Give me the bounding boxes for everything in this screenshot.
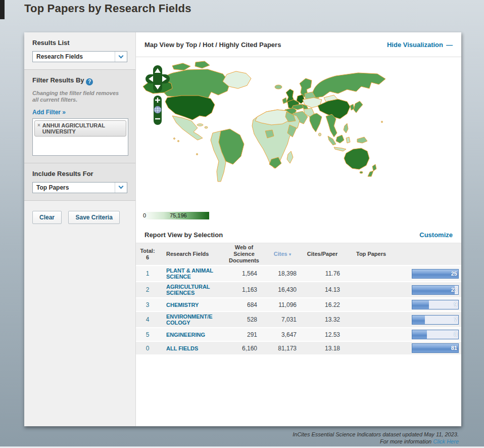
save-criteria-button[interactable]: Save Criteria bbox=[68, 211, 119, 224]
top-papers-value: 8 bbox=[454, 331, 457, 337]
wos-documents-cell: 291 bbox=[226, 331, 262, 338]
rank-cell: 4 bbox=[136, 316, 159, 323]
wos-documents-cell: 1,564 bbox=[226, 270, 262, 277]
cites-cell: 18,398 bbox=[262, 270, 303, 277]
top-papers-cell: 9 bbox=[342, 300, 461, 309]
table-row[interactable]: 2AGRICULTURALSCIENCES1,16316,43014.1323 bbox=[136, 282, 461, 298]
top-papers-cell: 7 bbox=[342, 315, 461, 325]
click-here-link[interactable]: Click Here bbox=[433, 438, 459, 444]
country-new-zealand bbox=[368, 171, 373, 176]
research-field-link[interactable]: CHEMISTRY bbox=[159, 302, 226, 308]
help-icon[interactable]: ? bbox=[86, 78, 93, 85]
country-japan bbox=[354, 101, 363, 113]
report-view-header: Report View by Selection Customize bbox=[136, 227, 461, 243]
results-list-selected: Research Fields bbox=[33, 53, 115, 60]
page-title: Top Papers by Research Fields bbox=[24, 2, 191, 15]
rank-cell: 2 bbox=[136, 286, 159, 293]
island-dot bbox=[381, 121, 383, 123]
legend-max-label: 75,196 bbox=[170, 212, 187, 218]
top-papers-bar: 7 bbox=[412, 315, 459, 325]
include-results-section: Include Results For Top Papers bbox=[24, 163, 135, 200]
customize-link[interactable]: Customize bbox=[419, 231, 453, 239]
country-ireland bbox=[282, 98, 287, 104]
island-dot bbox=[197, 154, 198, 155]
country-india bbox=[310, 113, 322, 132]
country-arctic-islands bbox=[172, 63, 190, 70]
globe-icon[interactable] bbox=[154, 106, 161, 113]
table-row[interactable]: 1PLANT & ANIMALSCIENCE1,56418,39811.7625 bbox=[136, 266, 461, 282]
table-body: 1PLANT & ANIMALSCIENCE1,56418,39811.7625… bbox=[136, 266, 461, 355]
map-zoom-control[interactable] bbox=[154, 96, 162, 125]
table-row[interactable]: 0ALL FIELDS6,16081,17313.1881 bbox=[136, 342, 461, 355]
country-china bbox=[318, 99, 350, 119]
map-view-header: Map View by Top / Hot / Highly Cited Pap… bbox=[136, 32, 461, 57]
cites-sort-header[interactable]: Cites ▾ bbox=[262, 251, 303, 258]
window-edge bbox=[0, 0, 5, 19]
country-new-guinea bbox=[357, 137, 367, 143]
report-view-title: Report View by Selection bbox=[144, 231, 223, 239]
world-map-canvas[interactable]: 0 75,196 bbox=[136, 57, 461, 227]
wos-documents-cell: 684 bbox=[226, 301, 262, 308]
cites-cell: 16,430 bbox=[262, 286, 303, 293]
table-row[interactable]: 5ENGINEERING2913,64712.538 bbox=[136, 328, 461, 342]
table-row[interactable]: 4ENVIRONMENT/ECOLOGY5287,03113.327 bbox=[136, 312, 461, 328]
country-new-zealand bbox=[372, 164, 376, 171]
cites-per-paper-cell: 13.32 bbox=[303, 316, 342, 323]
top-papers-cell: 23 bbox=[342, 285, 461, 295]
map-pan-control[interactable] bbox=[146, 65, 170, 93]
cites-cell: 11,096 bbox=[262, 301, 303, 308]
country-australia bbox=[344, 148, 369, 169]
cites-cell: 3,647 bbox=[262, 331, 303, 338]
sidebar-actions: Clear Save Criteria bbox=[24, 200, 135, 427]
top-papers-bar: 25 bbox=[412, 269, 459, 279]
wos-documents-cell: 528 bbox=[226, 316, 262, 323]
table-header-row: Total: 6 Research Fields Web of Science … bbox=[136, 243, 461, 266]
research-field-link[interactable]: ALL FIELDS bbox=[159, 345, 226, 351]
top-papers-value: 25 bbox=[451, 271, 457, 277]
cites-cell: 7,031 bbox=[262, 316, 303, 323]
research-fields-header: Research Fields bbox=[159, 251, 226, 257]
country-borneo bbox=[336, 135, 344, 143]
include-results-dropdown[interactable]: Top Papers bbox=[32, 182, 127, 193]
map-legend: 0 75,196 bbox=[142, 212, 209, 219]
clear-button[interactable]: Clear bbox=[32, 211, 62, 224]
map-view-title: Map View by Top / Hot / Highly Cited Pap… bbox=[144, 41, 281, 49]
research-field-link[interactable]: AGRICULTURALSCIENCES bbox=[159, 284, 226, 296]
remove-filter-icon[interactable]: × bbox=[37, 122, 40, 135]
country-madagascar bbox=[287, 151, 293, 163]
include-results-selected: Top Papers bbox=[33, 184, 115, 191]
top-papers-bar: 81 bbox=[412, 343, 459, 353]
top-papers-bar: 9 bbox=[412, 300, 459, 309]
filter-tag[interactable]: × ANHUI AGRICULTURAL UNIVERSITY bbox=[34, 120, 126, 137]
country-mexico bbox=[172, 116, 203, 140]
wos-documents-cell: 6,160 bbox=[226, 345, 262, 352]
table-row[interactable]: 3CHEMISTRY68411,09616.229 bbox=[136, 298, 461, 312]
content-panel: Map View by Top / Hot / Highly Cited Pap… bbox=[135, 32, 461, 426]
top-papers-value: 23 bbox=[451, 287, 457, 293]
country-sumatra bbox=[328, 136, 336, 145]
country-philippines bbox=[344, 123, 348, 133]
chevron-down-icon[interactable] bbox=[115, 183, 127, 193]
cites-per-paper-cell: 11.76 bbox=[303, 270, 342, 277]
filter-tag-label: ANHUI AGRICULTURAL UNIVERSITY bbox=[42, 122, 123, 135]
legend-min-label: 0 bbox=[143, 212, 146, 218]
results-list-dropdown[interactable]: Research Fields bbox=[32, 51, 127, 62]
chevron-down-icon[interactable] bbox=[115, 52, 127, 62]
filter-section: Filter Results By ? Changing the filter … bbox=[24, 69, 135, 163]
results-list-heading: Results List bbox=[32, 39, 127, 47]
cites-per-paper-cell: 14.13 bbox=[303, 286, 342, 293]
wos-documents-cell: 1,163 bbox=[226, 286, 262, 293]
top-papers-value: 9 bbox=[454, 301, 457, 307]
research-field-link[interactable]: ENGINEERING bbox=[159, 332, 226, 338]
cites-per-paper-header: Cites/Paper bbox=[303, 251, 342, 257]
country-sri-lanka bbox=[319, 133, 321, 136]
hide-visualization-link[interactable]: Hide Visualization— bbox=[387, 41, 453, 49]
dataset-update-note: InCites Essential Science Indicators dat… bbox=[293, 431, 459, 438]
island-dot bbox=[174, 138, 175, 140]
research-field-link[interactable]: ENVIRONMENT/ECOLOGY bbox=[159, 313, 226, 326]
research-field-link[interactable]: PLANT & ANIMALSCIENCE bbox=[159, 267, 226, 280]
add-filter-link[interactable]: Add Filter » bbox=[32, 109, 66, 116]
choropleth-world-map[interactable] bbox=[136, 57, 462, 227]
filter-box: × ANHUI AGRICULTURAL UNIVERSITY bbox=[32, 118, 128, 156]
sort-desc-icon: ▾ bbox=[289, 252, 292, 257]
